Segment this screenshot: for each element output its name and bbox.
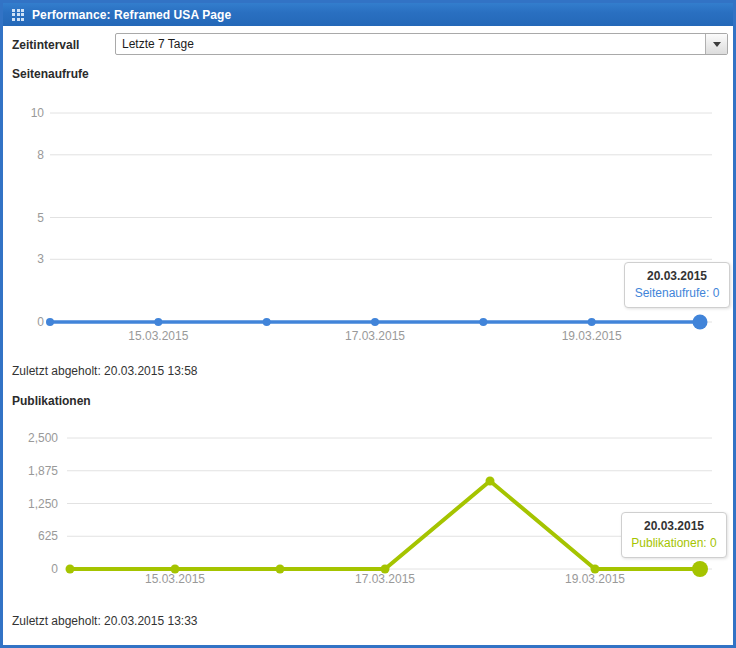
svg-text:17.03.2015: 17.03.2015 bbox=[345, 329, 405, 343]
svg-text:8: 8 bbox=[37, 148, 44, 162]
chart1-last-fetched-value: 20.03.2015 13:58 bbox=[104, 364, 197, 378]
svg-text:10: 10 bbox=[31, 106, 45, 120]
chart1-last-fetched: Zuletzt abgeholt: 20.03.2015 13:58 bbox=[12, 364, 198, 378]
chart2-last-fetched: Zuletzt abgeholt: 20.03.2015 13:33 bbox=[12, 614, 198, 628]
dropdown-arrow-icon[interactable] bbox=[705, 34, 727, 54]
svg-text:1,875: 1,875 bbox=[28, 464, 58, 478]
portlet-window: Performance: Reframed USA Page Zeitinter… bbox=[0, 0, 736, 648]
chart1-title: Seitenaufrufe bbox=[12, 67, 89, 81]
svg-text:2,500: 2,500 bbox=[28, 431, 58, 445]
seitenaufrufe-chart[interactable]: 03581015.03.201517.03.201519.03.2015 bbox=[3, 97, 733, 349]
svg-text:17.03.2015: 17.03.2015 bbox=[355, 572, 415, 586]
chart2-tooltip-value: Publikationen: 0 bbox=[630, 535, 718, 552]
chart2-tooltip: 20.03.2015 Publikationen: 0 bbox=[621, 512, 727, 558]
portlet-titlebar[interactable]: Performance: Reframed USA Page bbox=[3, 3, 733, 26]
svg-text:1,250: 1,250 bbox=[28, 497, 58, 511]
chart1-last-fetched-label: Zuletzt abgeholt: bbox=[12, 364, 101, 378]
svg-text:15.03.2015: 15.03.2015 bbox=[145, 572, 205, 586]
chart2-last-fetched-value: 20.03.2015 13:33 bbox=[104, 614, 197, 628]
chart2-title: Publikationen bbox=[12, 394, 91, 408]
chart2-tooltip-date: 20.03.2015 bbox=[630, 518, 718, 535]
portlet-title: Performance: Reframed USA Page bbox=[32, 8, 231, 22]
svg-text:625: 625 bbox=[38, 529, 58, 543]
svg-text:3: 3 bbox=[37, 252, 44, 266]
svg-text:19.03.2015: 19.03.2015 bbox=[565, 572, 625, 586]
chart1-tooltip-value: Seitenaufrufe: 0 bbox=[633, 285, 721, 302]
svg-text:15.03.2015: 15.03.2015 bbox=[128, 329, 188, 343]
zeitintervall-select[interactable]: Letzte 7 Tage bbox=[115, 33, 728, 55]
svg-text:19.03.2015: 19.03.2015 bbox=[562, 329, 622, 343]
zeitintervall-selected-value: Letzte 7 Tage bbox=[122, 34, 194, 54]
chart1-tooltip: 20.03.2015 Seitenaufrufe: 0 bbox=[624, 262, 730, 308]
zeitintervall-label: Zeitintervall bbox=[12, 38, 79, 52]
chart2-last-fetched-label: Zuletzt abgeholt: bbox=[12, 614, 101, 628]
svg-text:0: 0 bbox=[37, 315, 44, 329]
svg-text:5: 5 bbox=[37, 211, 44, 225]
chart1-tooltip-date: 20.03.2015 bbox=[633, 268, 721, 285]
portlet-grid-icon bbox=[12, 9, 25, 22]
svg-text:0: 0 bbox=[51, 562, 58, 576]
